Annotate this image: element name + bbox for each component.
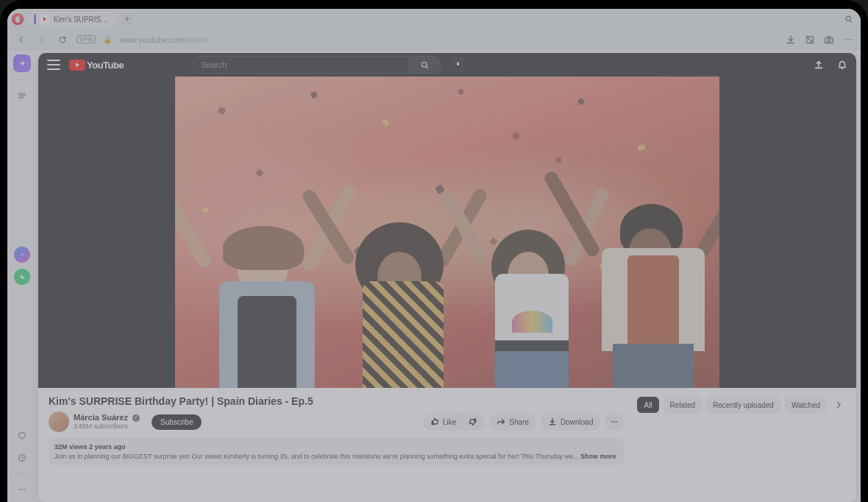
search-button[interactable] (408, 57, 441, 73)
extension-icon[interactable] (805, 35, 815, 45)
svg-point-5 (847, 38, 849, 40)
forward-button[interactable] (35, 33, 49, 46)
tab[interactable]: Kim's SUPRISE Birt (28, 12, 116, 26)
svg-point-10 (24, 489, 25, 490)
url-host: www.youtube.com (119, 35, 185, 44)
search-tabs-icon[interactable] (844, 15, 853, 24)
history-icon[interactable] (14, 450, 30, 466)
tab-accent (34, 14, 36, 24)
search-input[interactable] (192, 60, 408, 69)
tab-strip: Kim's SUPRISE Birt + (7, 9, 861, 29)
download-button[interactable]: Download (541, 413, 600, 431)
svg-point-3 (828, 39, 830, 42)
new-tab-button[interactable]: + (121, 13, 134, 26)
chips-next-icon[interactable] (831, 397, 846, 412)
chips-row: All Related Recently uploaded Watched (637, 395, 846, 413)
youtube-logo[interactable]: YouTube (69, 60, 124, 71)
aria-icon[interactable] (13, 54, 31, 72)
description-text: Join us in planning our BIGGEST surprise… (54, 453, 579, 460)
more-apps-icon[interactable] (14, 481, 30, 498)
youtube-header: YouTube (38, 53, 856, 77)
video-title: Kim's SURPRISE Birthday Party! | Spain D… (49, 395, 624, 407)
channel-name[interactable]: Márcia Suárez (74, 413, 128, 423)
tab-title: Kim's SUPRISE Birt (54, 15, 110, 24)
description-box[interactable]: 32M views 2 years ago Join us in plannin… (49, 438, 624, 465)
subscribe-button[interactable]: Subscribe (152, 414, 202, 430)
channel-avatar[interactable] (49, 411, 69, 432)
video-info: Kim's SURPRISE Birthday Party! | Spain D… (38, 388, 856, 502)
youtube-play-icon (69, 60, 85, 71)
views-age: 32M views 2 years ago (54, 442, 618, 452)
lock-icon[interactable]: 🔒 (103, 35, 112, 43)
youtube-logo-text: YouTube (87, 60, 124, 71)
left-rail (7, 50, 37, 502)
svg-point-4 (844, 38, 846, 40)
address-bar: VPN 🔒 www.youtube.com/watch (7, 29, 861, 50)
more-actions-button[interactable] (605, 413, 624, 431)
tab-island-icon[interactable] (14, 88, 30, 104)
svg-point-9 (21, 489, 23, 490)
page-content: YouTube (38, 53, 856, 502)
share-button[interactable]: Share (489, 413, 536, 431)
snapshot-icon[interactable] (824, 35, 834, 45)
svg-point-6 (850, 38, 852, 40)
video-area (38, 77, 856, 388)
svg-rect-12 (457, 62, 459, 66)
download-label: Download (561, 418, 593, 426)
vpn-badge[interactable]: VPN (77, 35, 96, 43)
svg-point-15 (616, 421, 618, 423)
heart-icon[interactable] (14, 428, 30, 444)
like-label: Like (443, 418, 456, 426)
notifications-icon[interactable] (837, 60, 847, 70)
more-icon[interactable] (843, 35, 853, 45)
like-button[interactable]: Like (423, 413, 462, 431)
url-path: /watch (185, 35, 208, 44)
dislike-button[interactable] (462, 413, 485, 431)
chip-all[interactable]: All (637, 397, 658, 413)
verified-badge-icon: ✓ (132, 414, 140, 422)
search-box[interactable] (191, 56, 441, 74)
chip-watched[interactable]: Watched (785, 397, 827, 413)
show-more-button[interactable]: Show more (580, 453, 616, 460)
download-icon[interactable] (786, 35, 796, 45)
reload-button[interactable] (56, 33, 69, 46)
voice-search-icon[interactable] (449, 56, 466, 74)
svg-point-8 (18, 489, 20, 490)
upload-icon[interactable] (814, 60, 824, 70)
svg-point-14 (614, 421, 616, 423)
url-display[interactable]: www.youtube.com/watch (119, 35, 208, 44)
back-button[interactable] (15, 33, 28, 46)
favicon-youtube (40, 15, 49, 24)
svg-point-13 (612, 421, 613, 423)
share-label: Share (509, 418, 529, 426)
messenger-icon[interactable] (14, 247, 30, 263)
whatsapp-icon[interactable] (14, 269, 30, 285)
hamburger-icon[interactable] (47, 60, 60, 70)
chip-related[interactable]: Related (664, 397, 702, 413)
opera-menu-icon[interactable] (12, 13, 24, 25)
subscriber-count: 3.66M subscribers (74, 423, 140, 431)
video-player[interactable] (175, 77, 719, 388)
chip-recently-uploaded[interactable]: Recently uploaded (706, 397, 780, 413)
